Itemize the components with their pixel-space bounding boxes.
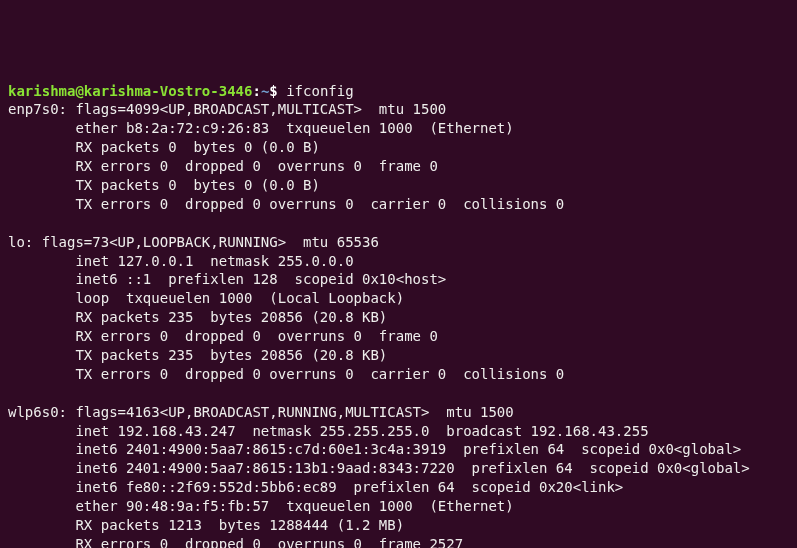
output-line: wlp6s0: flags=4163<UP,BROADCAST,RUNNING,… bbox=[8, 404, 514, 420]
output-line: enp7s0: flags=4099<UP,BROADCAST,MULTICAS… bbox=[8, 101, 446, 117]
output-line: TX packets 0 bytes 0 (0.0 B) bbox=[8, 177, 320, 193]
output-line: TX errors 0 dropped 0 overruns 0 carrier… bbox=[8, 366, 564, 382]
output-line: inet6 2401:4900:5aa7:8615:c7d:60e1:3c4a:… bbox=[8, 441, 741, 457]
prompt-colon: : bbox=[252, 83, 260, 99]
output-line: RX packets 1213 bytes 1288444 (1.2 MB) bbox=[8, 517, 404, 533]
output-line: ether 90:48:9a:f5:fb:57 txqueuelen 1000 … bbox=[8, 498, 514, 514]
output-line: inet 127.0.0.1 netmask 255.0.0.0 bbox=[8, 253, 354, 269]
prompt-user-host: karishma@karishma-Vostro-3446 bbox=[8, 83, 252, 99]
output-line: TX packets 235 bytes 20856 (20.8 KB) bbox=[8, 347, 387, 363]
typed-command: ifconfig bbox=[286, 83, 353, 99]
output-line: RX packets 235 bytes 20856 (20.8 KB) bbox=[8, 309, 387, 325]
output-line: RX errors 0 dropped 0 overruns 0 frame 2… bbox=[8, 536, 463, 548]
output-line: inet 192.168.43.247 netmask 255.255.255.… bbox=[8, 423, 649, 439]
prompt-line-1: karishma@karishma-Vostro-3446:~$ ifconfi… bbox=[8, 83, 354, 99]
output-line: inet6 ::1 prefixlen 128 scopeid 0x10<hos… bbox=[8, 271, 446, 287]
output-line: inet6 fe80::2f69:552d:5bb6:ec89 prefixle… bbox=[8, 479, 623, 495]
output-line: TX errors 0 dropped 0 overruns 0 carrier… bbox=[8, 196, 564, 212]
output-line: lo: flags=73<UP,LOOPBACK,RUNNING> mtu 65… bbox=[8, 234, 379, 250]
prompt-dollar: $ bbox=[269, 83, 286, 99]
output-line: loop txqueuelen 1000 (Local Loopback) bbox=[8, 290, 404, 306]
output-line: RX errors 0 dropped 0 overruns 0 frame 0 bbox=[8, 158, 438, 174]
output-line: ether b8:2a:72:c9:26:83 txqueuelen 1000 … bbox=[8, 120, 514, 136]
output-line: RX packets 0 bytes 0 (0.0 B) bbox=[8, 139, 320, 155]
output-line: inet6 2401:4900:5aa7:8615:13b1:9aad:8343… bbox=[8, 460, 750, 476]
terminal-screen[interactable]: karishma@karishma-Vostro-3446:~$ ifconfi… bbox=[8, 82, 789, 548]
output-line: RX errors 0 dropped 0 overruns 0 frame 0 bbox=[8, 328, 438, 344]
